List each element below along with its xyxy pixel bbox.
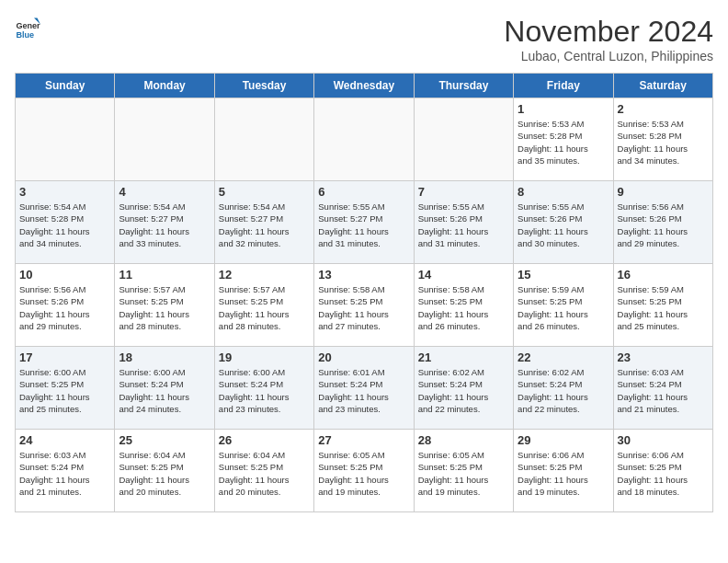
weekday-header-row: SundayMondayTuesdayWednesdayThursdayFrid… (16, 74, 713, 98)
month-title: November 2024 (504, 15, 713, 49)
calendar-cell: 23Sunrise: 6:03 AM Sunset: 5:24 PM Dayli… (613, 347, 712, 430)
week-row-2: 3Sunrise: 5:54 AM Sunset: 5:28 PM Daylig… (16, 181, 713, 264)
day-number: 11 (119, 268, 210, 282)
day-number: 9 (618, 185, 709, 199)
weekday-header-thursday: Thursday (414, 74, 513, 98)
calendar-cell: 9Sunrise: 5:56 AM Sunset: 5:26 PM Daylig… (613, 181, 712, 264)
calendar-cell: 22Sunrise: 6:02 AM Sunset: 5:24 PM Dayli… (514, 347, 613, 430)
logo: General Blue (15, 15, 40, 40)
week-row-3: 10Sunrise: 5:56 AM Sunset: 5:26 PM Dayli… (16, 264, 713, 347)
day-number: 18 (119, 350, 210, 364)
calendar-cell (115, 98, 214, 181)
day-number: 17 (19, 350, 110, 364)
day-number: 30 (618, 433, 709, 447)
day-info: Sunrise: 5:54 AM Sunset: 5:27 PM Dayligh… (219, 201, 310, 249)
calendar-cell: 5Sunrise: 5:54 AM Sunset: 5:27 PM Daylig… (214, 181, 313, 264)
calendar-cell: 12Sunrise: 5:57 AM Sunset: 5:25 PM Dayli… (214, 264, 313, 347)
calendar-cell: 19Sunrise: 6:00 AM Sunset: 5:24 PM Dayli… (214, 347, 313, 430)
day-number: 8 (518, 185, 609, 199)
day-info: Sunrise: 6:04 AM Sunset: 5:25 PM Dayligh… (119, 449, 210, 498)
day-info: Sunrise: 5:58 AM Sunset: 5:25 PM Dayligh… (418, 283, 509, 332)
day-info: Sunrise: 6:02 AM Sunset: 5:24 PM Dayligh… (518, 366, 609, 415)
day-info: Sunrise: 5:55 AM Sunset: 5:26 PM Dayligh… (418, 201, 509, 249)
day-info: Sunrise: 5:59 AM Sunset: 5:25 PM Dayligh… (618, 283, 709, 332)
calendar-cell: 29Sunrise: 6:06 AM Sunset: 5:25 PM Dayli… (514, 430, 613, 512)
calendar-cell: 20Sunrise: 6:01 AM Sunset: 5:24 PM Dayli… (314, 347, 414, 430)
day-number: 2 (618, 102, 709, 116)
day-info: Sunrise: 6:00 AM Sunset: 5:24 PM Dayligh… (119, 366, 210, 415)
day-info: Sunrise: 5:53 AM Sunset: 5:28 PM Dayligh… (518, 118, 609, 167)
calendar-cell: 6Sunrise: 5:55 AM Sunset: 5:27 PM Daylig… (314, 181, 414, 264)
day-number: 28 (418, 433, 509, 447)
day-number: 10 (19, 268, 110, 282)
day-number: 15 (518, 268, 609, 282)
day-number: 7 (418, 185, 509, 199)
day-number: 16 (618, 268, 709, 282)
calendar-cell: 21Sunrise: 6:02 AM Sunset: 5:24 PM Dayli… (414, 347, 513, 430)
day-info: Sunrise: 5:57 AM Sunset: 5:25 PM Dayligh… (219, 283, 310, 332)
calendar-cell (314, 98, 414, 181)
day-info: Sunrise: 5:55 AM Sunset: 5:27 PM Dayligh… (318, 201, 409, 249)
day-number: 12 (219, 268, 310, 282)
calendar-cell: 17Sunrise: 6:00 AM Sunset: 5:25 PM Dayli… (16, 347, 115, 430)
day-number: 25 (119, 433, 210, 447)
weekday-header-sunday: Sunday (16, 74, 115, 98)
calendar-cell: 8Sunrise: 5:55 AM Sunset: 5:26 PM Daylig… (514, 181, 613, 264)
weekday-header-monday: Monday (115, 74, 214, 98)
weekday-header-tuesday: Tuesday (214, 74, 313, 98)
location-title: Lubao, Central Luzon, Philippines (504, 49, 713, 63)
day-info: Sunrise: 6:03 AM Sunset: 5:24 PM Dayligh… (19, 449, 110, 498)
day-info: Sunrise: 5:54 AM Sunset: 5:27 PM Dayligh… (119, 201, 210, 249)
day-number: 22 (518, 350, 609, 364)
calendar-cell: 2Sunrise: 5:53 AM Sunset: 5:28 PM Daylig… (613, 98, 712, 181)
weekday-header-friday: Friday (514, 74, 613, 98)
weekday-header-saturday: Saturday (613, 74, 712, 98)
calendar-cell: 7Sunrise: 5:55 AM Sunset: 5:26 PM Daylig… (414, 181, 513, 264)
day-info: Sunrise: 5:56 AM Sunset: 5:26 PM Dayligh… (19, 283, 110, 332)
calendar-cell: 16Sunrise: 5:59 AM Sunset: 5:25 PM Dayli… (613, 264, 712, 347)
day-info: Sunrise: 5:58 AM Sunset: 5:25 PM Dayligh… (318, 283, 409, 332)
calendar-table: SundayMondayTuesdayWednesdayThursdayFrid… (15, 73, 713, 512)
day-info: Sunrise: 6:05 AM Sunset: 5:25 PM Dayligh… (318, 449, 409, 498)
day-info: Sunrise: 5:56 AM Sunset: 5:26 PM Dayligh… (618, 201, 709, 249)
calendar-cell: 13Sunrise: 5:58 AM Sunset: 5:25 PM Dayli… (314, 264, 414, 347)
day-number: 13 (318, 268, 409, 282)
calendar-cell (16, 98, 115, 181)
calendar-cell: 10Sunrise: 5:56 AM Sunset: 5:26 PM Dayli… (16, 264, 115, 347)
svg-text:Blue: Blue (16, 30, 34, 40)
day-info: Sunrise: 6:06 AM Sunset: 5:25 PM Dayligh… (518, 449, 609, 498)
day-info: Sunrise: 5:54 AM Sunset: 5:28 PM Dayligh… (19, 201, 110, 249)
day-number: 19 (219, 350, 310, 364)
calendar-cell: 26Sunrise: 6:04 AM Sunset: 5:25 PM Dayli… (214, 430, 313, 512)
day-info: Sunrise: 6:04 AM Sunset: 5:25 PM Dayligh… (219, 449, 310, 498)
header: General Blue November 2024 Lubao, Centra… (15, 15, 713, 63)
calendar-cell: 24Sunrise: 6:03 AM Sunset: 5:24 PM Dayli… (16, 430, 115, 512)
calendar-cell: 15Sunrise: 5:59 AM Sunset: 5:25 PM Dayli… (514, 264, 613, 347)
weekday-header-wednesday: Wednesday (314, 74, 414, 98)
calendar-cell (214, 98, 313, 181)
day-number: 23 (618, 350, 709, 364)
logo-icon: General Blue (15, 15, 40, 40)
day-info: Sunrise: 5:57 AM Sunset: 5:25 PM Dayligh… (119, 283, 210, 332)
day-info: Sunrise: 6:03 AM Sunset: 5:24 PM Dayligh… (618, 366, 709, 415)
day-info: Sunrise: 6:05 AM Sunset: 5:25 PM Dayligh… (418, 449, 509, 498)
day-number: 14 (418, 268, 509, 282)
day-info: Sunrise: 5:53 AM Sunset: 5:28 PM Dayligh… (618, 118, 709, 167)
day-info: Sunrise: 5:55 AM Sunset: 5:26 PM Dayligh… (518, 201, 609, 249)
calendar-cell: 27Sunrise: 6:05 AM Sunset: 5:25 PM Dayli… (314, 430, 414, 512)
calendar-cell: 4Sunrise: 5:54 AM Sunset: 5:27 PM Daylig… (115, 181, 214, 264)
calendar-cell: 18Sunrise: 6:00 AM Sunset: 5:24 PM Dayli… (115, 347, 214, 430)
calendar-cell (414, 98, 513, 181)
day-info: Sunrise: 6:06 AM Sunset: 5:25 PM Dayligh… (618, 449, 709, 498)
title-area: November 2024 Lubao, Central Luzon, Phil… (504, 15, 713, 63)
day-number: 5 (219, 185, 310, 199)
day-number: 21 (418, 350, 509, 364)
day-number: 27 (318, 433, 409, 447)
week-row-4: 17Sunrise: 6:00 AM Sunset: 5:25 PM Dayli… (16, 347, 713, 430)
day-info: Sunrise: 6:02 AM Sunset: 5:24 PM Dayligh… (418, 366, 509, 415)
week-row-1: 1Sunrise: 5:53 AM Sunset: 5:28 PM Daylig… (16, 98, 713, 181)
day-info: Sunrise: 6:00 AM Sunset: 5:25 PM Dayligh… (19, 366, 110, 415)
calendar-cell: 30Sunrise: 6:06 AM Sunset: 5:25 PM Dayli… (613, 430, 712, 512)
day-info: Sunrise: 5:59 AM Sunset: 5:25 PM Dayligh… (518, 283, 609, 332)
calendar-cell: 3Sunrise: 5:54 AM Sunset: 5:28 PM Daylig… (16, 181, 115, 264)
